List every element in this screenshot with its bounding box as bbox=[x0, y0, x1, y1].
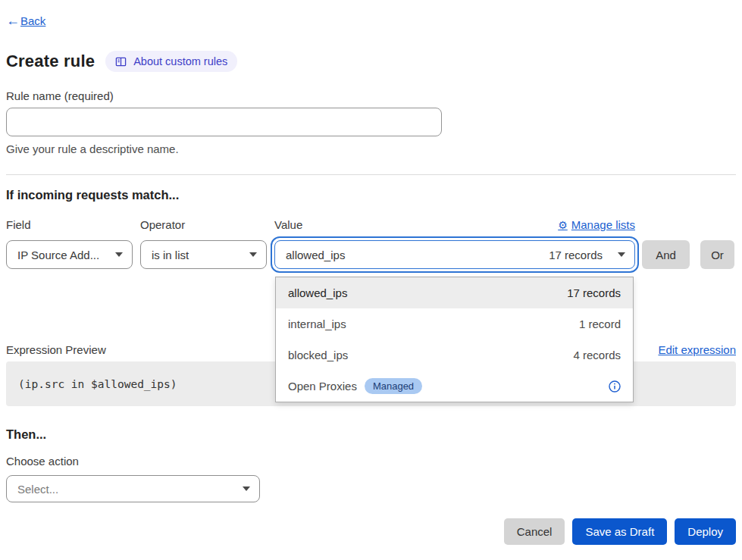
manage-lists-link[interactable]: ⚙ Manage lists bbox=[558, 218, 635, 231]
value-select-value: allowed_ips bbox=[286, 249, 345, 261]
field-label: Field bbox=[6, 218, 140, 231]
about-badge-label: About custom rules bbox=[133, 55, 227, 67]
value-dropdown-menu: allowed_ips 17 records internal_ips 1 re… bbox=[275, 277, 634, 402]
deploy-button[interactable]: Deploy bbox=[675, 518, 736, 545]
match-heading: If incoming requests match... bbox=[6, 188, 736, 202]
list-records: 4 records bbox=[573, 349, 621, 361]
then-heading: Then... bbox=[6, 427, 736, 442]
list-records: 17 records bbox=[567, 286, 621, 299]
create-rule-page: ← Back Create rule About custom rules Ru… bbox=[0, 0, 742, 545]
manage-lists-label: Manage lists bbox=[571, 218, 635, 231]
cancel-button[interactable]: Cancel bbox=[504, 518, 565, 545]
expression-code: (ip.src in $allowed_ips) bbox=[18, 378, 177, 390]
value-label: Value bbox=[274, 218, 302, 231]
about-custom-rules-badge[interactable]: About custom rules bbox=[105, 51, 237, 72]
dropdown-item-blocked-ips[interactable]: blocked_ips 4 records bbox=[276, 339, 633, 371]
list-name: allowed_ips bbox=[288, 286, 347, 299]
back-arrow-icon: ← bbox=[6, 14, 20, 27]
list-name: blocked_ips bbox=[288, 349, 348, 361]
chevron-down-icon bbox=[115, 252, 123, 257]
operator-label: Operator bbox=[140, 218, 274, 231]
operator-select-value: is in list bbox=[152, 249, 189, 261]
field-select-value: IP Source Add... bbox=[17, 249, 99, 261]
or-button[interactable]: Or bbox=[700, 240, 734, 269]
operator-select[interactable]: is in list bbox=[140, 240, 267, 269]
book-icon bbox=[115, 56, 127, 67]
section-divider bbox=[6, 174, 736, 175]
chevron-down-icon bbox=[243, 486, 250, 491]
dropdown-item-allowed-ips[interactable]: allowed_ips 17 records bbox=[276, 277, 633, 308]
chevron-down-icon bbox=[249, 252, 257, 257]
info-icon[interactable] bbox=[609, 380, 621, 393]
edit-expression-link[interactable]: Edit expression bbox=[658, 343, 736, 356]
choose-action-label: Choose action bbox=[6, 455, 736, 468]
value-select-records: 17 records bbox=[549, 249, 603, 261]
expression-preview-label: Expression Preview bbox=[6, 343, 106, 356]
action-select-placeholder: Select... bbox=[17, 483, 58, 496]
chevron-down-icon bbox=[618, 252, 625, 257]
list-name: internal_ips bbox=[288, 318, 346, 330]
save-as-draft-button[interactable]: Save as Draft bbox=[572, 518, 667, 545]
managed-badge: Managed bbox=[365, 378, 422, 394]
page-title: Create rule bbox=[6, 52, 95, 71]
field-select[interactable]: IP Source Add... bbox=[6, 240, 133, 269]
dropdown-item-internal-ips[interactable]: internal_ips 1 record bbox=[276, 308, 633, 339]
rule-name-help: Give your rule a descriptive name. bbox=[6, 142, 736, 155]
back-link[interactable]: ← Back bbox=[6, 14, 736, 27]
action-select[interactable]: Select... bbox=[6, 475, 260, 502]
value-select[interactable]: allowed_ips 17 records bbox=[274, 240, 635, 269]
dropdown-item-open-proxies[interactable]: Open Proxies Managed bbox=[276, 371, 633, 402]
back-link-label[interactable]: Back bbox=[20, 14, 45, 27]
rule-name-input[interactable] bbox=[6, 108, 442, 136]
list-records: 1 record bbox=[579, 318, 621, 330]
list-name: Open Proxies bbox=[288, 380, 357, 393]
gear-icon: ⚙ bbox=[558, 220, 568, 230]
rule-name-label: Rule name (required) bbox=[6, 89, 736, 102]
and-button[interactable]: And bbox=[642, 240, 690, 269]
